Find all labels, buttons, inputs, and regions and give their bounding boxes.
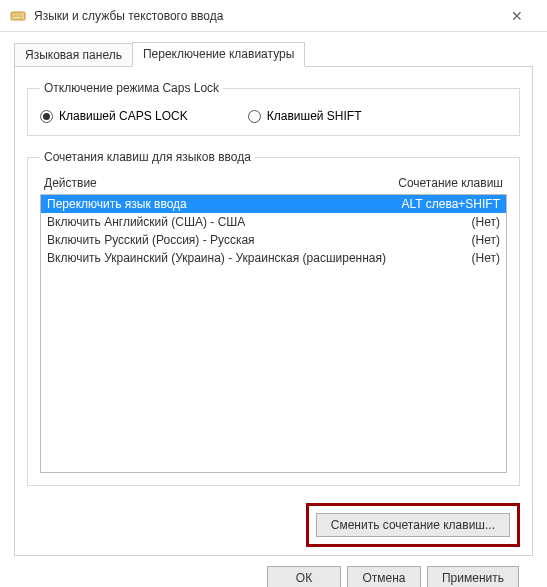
hotkey-row[interactable]: Включить Русский (Россия) - Русская(Нет) [41, 231, 506, 249]
row-combo: (Нет) [472, 251, 500, 265]
svg-rect-1 [13, 14, 15, 16]
radio-capslock-label: Клавишей CAPS LOCK [59, 109, 188, 123]
change-hotkey-button[interactable]: Сменить сочетание клавиш... [316, 513, 510, 537]
svg-rect-3 [19, 14, 21, 16]
apply-button[interactable]: Применить [427, 566, 519, 587]
svg-rect-0 [11, 12, 25, 20]
row-action: Включить Английский (США) - США [47, 215, 245, 229]
capslock-legend: Отключение режима Caps Lock [40, 81, 223, 95]
tab-language-bar[interactable]: Языковая панель [14, 43, 133, 66]
titlebar: Языки и службы текстового ввода ✕ [0, 0, 547, 32]
radio-icon [40, 110, 53, 123]
col-combo: Сочетание клавиш [398, 176, 503, 190]
col-action: Действие [44, 176, 97, 190]
hotkeys-group: Сочетания клавиш для языков ввода Действ… [27, 150, 520, 486]
row-combo: ALT слева+SHIFT [402, 197, 501, 211]
list-header: Действие Сочетание клавиш [40, 174, 507, 194]
change-hotkey-highlight: Сменить сочетание клавиш... [306, 503, 520, 547]
cancel-button[interactable]: Отмена [347, 566, 421, 587]
svg-rect-2 [16, 14, 18, 16]
svg-rect-4 [13, 16, 21, 18]
ok-button[interactable]: ОК [267, 566, 341, 587]
window-title: Языки и службы текстового ввода [34, 9, 497, 23]
content: Языковая панель Переключение клавиатуры … [0, 32, 547, 587]
row-action: Включить Украинский (Украина) - Украинск… [47, 251, 386, 265]
row-combo: (Нет) [472, 233, 500, 247]
dialog-buttons: ОК Отмена Применить [14, 556, 533, 587]
close-button[interactable]: ✕ [497, 8, 537, 24]
hotkeys-legend: Сочетания клавиш для языков ввода [40, 150, 255, 164]
hotkey-row[interactable]: Включить Украинский (Украина) - Украинск… [41, 249, 506, 267]
hotkey-row[interactable]: Переключить язык вводаALT слева+SHIFT [41, 195, 506, 213]
radio-icon [248, 110, 261, 123]
tab-keyboard-switch[interactable]: Переключение клавиатуры [132, 42, 305, 67]
row-action: Включить Русский (Россия) - Русская [47, 233, 255, 247]
radio-capslock[interactable]: Клавишей CAPS LOCK [40, 109, 188, 123]
hotkey-row[interactable]: Включить Английский (США) - США(Нет) [41, 213, 506, 231]
radio-shift[interactable]: Клавишей SHIFT [248, 109, 362, 123]
keyboard-icon [10, 8, 26, 24]
row-action: Переключить язык ввода [47, 197, 187, 211]
hotkeys-listbox[interactable]: Переключить язык вводаALT слева+SHIFTВкл… [40, 194, 507, 473]
radio-shift-label: Клавишей SHIFT [267, 109, 362, 123]
row-combo: (Нет) [472, 215, 500, 229]
capslock-group: Отключение режима Caps Lock Клавишей CAP… [27, 81, 520, 136]
tab-strip: Языковая панель Переключение клавиатуры [14, 42, 533, 66]
tab-panel: Отключение режима Caps Lock Клавишей CAP… [14, 66, 533, 556]
